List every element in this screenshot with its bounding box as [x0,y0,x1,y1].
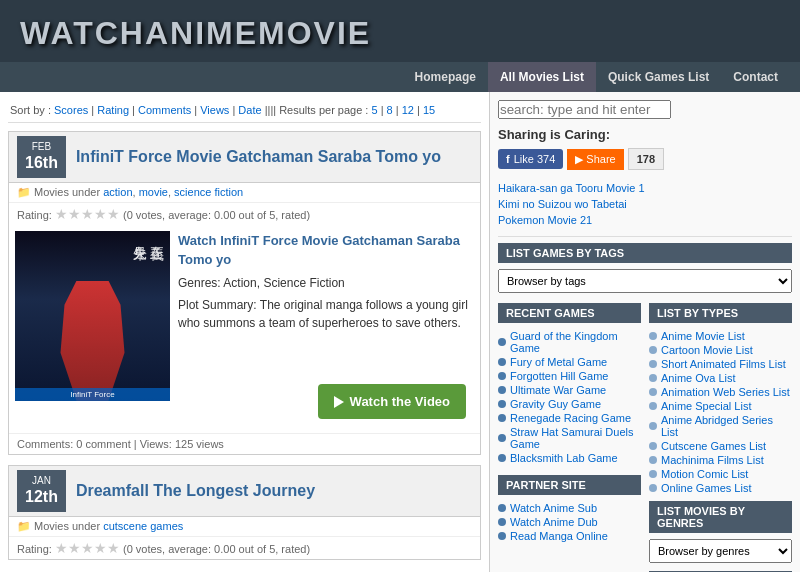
search-input[interactable] [498,100,671,119]
article-genres: Genres: Action, Science Fiction [178,274,474,292]
game-link-2[interactable]: Fury of Metal Game [498,355,641,369]
main-nav: Homepage All Movies List Quick Games Lis… [0,62,800,92]
site-logo[interactable]: WATCHANIMEMOVIE [20,15,780,52]
game-link-5[interactable]: Gravity Guy Game [498,397,641,411]
article-day: 16th [25,153,58,174]
type-8[interactable]: Machinima Films List [649,453,792,467]
article-plot: Plot Summary: The original manga follows… [178,296,474,332]
results-label: Results per page : [279,104,368,116]
recent-movies-list: Haikara-san ga Tooru Movie 1 Kimi no Sui… [498,180,792,228]
sharing-buttons: Like 374 ▶ Share 178 [498,148,792,170]
dot-7 [498,434,506,442]
tdot-2 [649,360,657,368]
genres-dropdown[interactable]: Browser by genres [649,539,792,563]
date-badge: Feb 16th [17,136,66,178]
tdot-6 [649,422,657,430]
dot-6 [498,414,506,422]
article-poster: 正義を見朱を InfiniT Force [15,231,170,401]
play-icon [334,396,344,408]
date-badge-2: Jan 12th [17,470,66,512]
main-content: Sort by : Scores | Rating | Comments | V… [0,92,800,572]
article-footer: Comments: 0 comment | Views: 125 views [9,433,480,454]
article-meta: 📁 Movies under action, movie, science fi… [9,183,480,203]
cat-scifi[interactable]: science fiction [174,186,243,198]
article-2-month: Jan [25,474,58,487]
pdot-1 [498,504,506,512]
list-movies-genres-title: LIST MOVIES BY GENRES [649,501,792,533]
article-title-2[interactable]: Dreamfall The Longest Journey [76,482,315,500]
tdot-4 [649,388,657,396]
share-icon: ▶ [575,153,583,165]
type-2[interactable]: Short Animated Films List [649,357,792,371]
sort-scores[interactable]: Scores [54,104,88,116]
dot-2 [498,358,506,366]
sharing-title: Sharing is Caring: [498,127,792,142]
tdot-10 [649,484,657,492]
type-4[interactable]: Animation Web Series List [649,385,792,399]
share-button[interactable]: ▶ Share [567,149,623,170]
partner-2[interactable]: Watch Anime Dub [498,515,641,529]
article-header-2: Jan 12th Dreamfall The Longest Journey [9,466,480,517]
stars: ★★★★★ [55,206,120,222]
article-rating: Rating: ★★★★★ (0 votes, average: 0.00 ou… [9,203,480,225]
cat-action[interactable]: action [103,186,132,198]
rating-text-2: (0 votes, average: 0.00 out of 5, rated) [123,543,310,555]
sort-comments[interactable]: Comments [138,104,191,116]
watch-label: Watch the Video [350,392,450,412]
recent-movie-3[interactable]: Pokemon Movie 21 [498,212,792,228]
nav-all-movies[interactable]: All Movies List [488,62,596,92]
game-link-3[interactable]: Forgotten Hill Game [498,369,641,383]
per-page-5[interactable]: 5 [372,104,378,116]
partner-1[interactable]: Watch Anime Sub [498,501,641,515]
game-link-4[interactable]: Ultimate War Game [498,383,641,397]
nav-contact[interactable]: Contact [721,62,790,92]
type-0[interactable]: Anime Movie List [649,329,792,343]
rating-text: (0 votes, average: 0.00 out of 5, rated) [123,209,310,221]
article-body: 正義を見朱を InfiniT Force Watch InfiniT Force… [9,225,480,434]
type-6[interactable]: Anime Abridged Series List [649,413,792,439]
nav-quick-games[interactable]: Quick Games List [596,62,721,92]
list-by-types: Anime Movie List Cartoon Movie List Shor… [649,329,792,495]
type-5[interactable]: Anime Special List [649,399,792,413]
type-1[interactable]: Cartoon Movie List [649,343,792,357]
game-link-7[interactable]: Straw Hat Samurai Duels Game [498,425,641,451]
article-card: Feb 16th InfiniT Force Movie Gatchaman S… [8,131,481,455]
type-3[interactable]: Anime Ova List [649,371,792,385]
facebook-like-button[interactable]: Like 374 [498,149,563,169]
per-page-12[interactable]: 12 [402,104,414,116]
type-7[interactable]: Cutscene Games List [649,439,792,453]
article-title[interactable]: InfiniT Force Movie Gatchaman Saraba Tom… [76,148,441,166]
per-page-15[interactable]: 15 [423,104,435,116]
tags-dropdown[interactable]: Browser by tags [498,269,792,293]
share-count: 178 [628,148,664,170]
nav-homepage[interactable]: Homepage [403,62,488,92]
game-link-8[interactable]: Blacksmith Lab Game [498,451,641,465]
left-column: Sort by : Scores | Rating | Comments | V… [0,92,490,572]
right-right-col: LIST BY TYPES Anime Movie List Cartoon M… [649,303,792,572]
right-column: Sharing is Caring: Like 374 ▶ Share 178 … [490,92,800,572]
list-games-by-tags-title: LIST GAMES BY TAGS [498,243,792,263]
cat-cutscene[interactable]: cutscene games [103,520,183,532]
type-10[interactable]: Online Games List [649,481,792,495]
sort-views[interactable]: Views [200,104,229,116]
search-box [498,100,792,119]
game-link-1[interactable]: Guard of the Kingdom Game [498,329,641,355]
recent-movie-1[interactable]: Haikara-san ga Tooru Movie 1 [498,180,792,196]
sort-bar: Sort by : Scores | Rating | Comments | V… [8,100,481,123]
tdot-9 [649,470,657,478]
partner-3[interactable]: Read Manga Online [498,529,641,543]
folder-icon-2: 📁 [17,520,31,532]
watch-video-button[interactable]: Watch the Video [318,384,466,420]
per-page-8[interactable]: 8 [387,104,393,116]
recent-movie-2[interactable]: Kimi no Suizou wo Tabetai [498,196,792,212]
game-link-6[interactable]: Renegade Racing Game [498,411,641,425]
sort-date[interactable]: Date [238,104,261,116]
site-header: WATCHANIMEMOVIE [0,0,800,62]
right-left-col: RECENT GAMES Guard of the Kingdom Game F… [498,303,641,572]
article-month: Feb [25,140,58,153]
type-9[interactable]: Motion Comic List [649,467,792,481]
cat-movie[interactable]: movie [139,186,168,198]
article-body-title[interactable]: Watch InfiniT Force Movie Gatchaman Sara… [178,231,474,270]
recent-games-list: Guard of the Kingdom Game Fury of Metal … [498,329,641,465]
sort-rating[interactable]: Rating [97,104,129,116]
